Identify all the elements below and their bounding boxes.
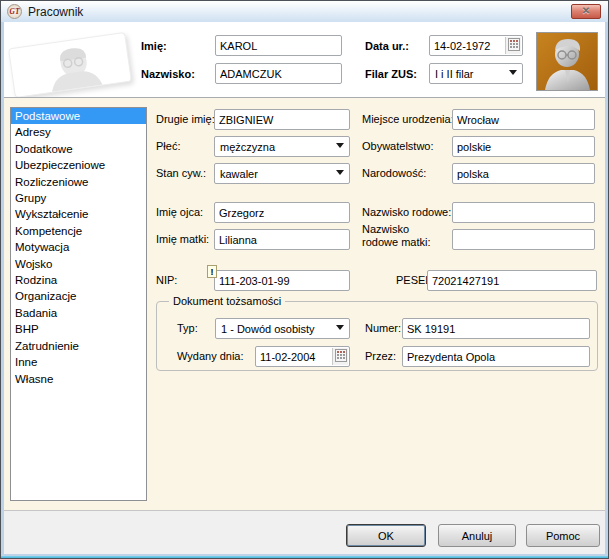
nazwisko-rodowe-label: Nazwisko rodowe: <box>362 206 451 218</box>
chevron-down-icon <box>336 325 344 330</box>
filar-zus-label: Filar ZUS: <box>365 68 417 80</box>
calendar-icon[interactable] <box>505 37 521 54</box>
app-gt-icon: GT <box>7 4 22 19</box>
numer-label: Numer: <box>365 322 401 334</box>
sidebar-item-bhp[interactable]: BHP <box>11 321 146 337</box>
pracownik-dialog: GT Pracownik ✕ Imię: Nazwisko: Data ur.: <box>0 0 609 559</box>
numer-input[interactable] <box>402 318 590 339</box>
sidebar-item-wykształcenie[interactable]: Wykształcenie <box>11 206 146 222</box>
sidebar-item-ubezpieczeniowe[interactable]: Ubezpieczeniowe <box>11 157 146 173</box>
nazwisko-label: Nazwisko: <box>141 68 195 80</box>
ok-button[interactable]: OK <box>346 524 426 547</box>
wydany-dnia-label: Wydany dnia: <box>177 350 244 362</box>
anuluj-button[interactable]: Anuluj <box>438 524 516 547</box>
chevron-down-icon <box>336 170 344 175</box>
nazwisko-input[interactable] <box>215 63 342 84</box>
chevron-down-icon <box>336 143 344 148</box>
imie-matki-input[interactable] <box>214 229 350 250</box>
wydany-dnia-input[interactable] <box>256 347 331 366</box>
id-card-watermark <box>8 32 132 98</box>
typ-label: Typ: <box>177 322 198 334</box>
window-title: Pracownik <box>28 5 83 19</box>
imie-label: Imię: <box>141 40 167 52</box>
sidebar-item-inne[interactable]: Inne <box>11 354 146 370</box>
sidebar-item-kompetencje[interactable]: Kompetencje <box>11 223 146 239</box>
przez-input[interactable] <box>402 346 590 367</box>
miejsce-urodzenia-input[interactable] <box>452 109 595 130</box>
person-avatar-icon <box>537 33 597 90</box>
data-ur-label: Data ur.: <box>365 40 409 52</box>
button-bar: OK Anuluj Pomoc <box>4 510 605 554</box>
sidebar-item-rodzina[interactable]: Rodzina <box>11 272 146 288</box>
sidebar-item-własne[interactable]: Własne <box>11 371 146 387</box>
narodowosc-label: Narodowość: <box>362 167 426 179</box>
sidebar-item-badania[interactable]: Badania <box>11 305 146 321</box>
chevron-down-icon <box>509 70 517 75</box>
pesel-input[interactable] <box>427 270 597 291</box>
imie-ojca-label: Imię ojca: <box>156 206 203 218</box>
data-ur-field[interactable] <box>429 35 523 56</box>
sidebar-item-adresy[interactable]: Adresy <box>11 124 146 140</box>
wydany-dnia-field[interactable] <box>255 346 350 367</box>
typ-combo[interactable]: 1 - Dowód osobisty <box>215 318 350 339</box>
close-button[interactable]: ✕ <box>571 4 601 19</box>
stan-cywilny-combo[interactable]: kawaler <box>214 163 350 184</box>
dokument-group-title: Dokument tożsamości <box>169 295 285 307</box>
drugie-imie-input[interactable] <box>214 109 350 130</box>
sidebar-item-grupy[interactable]: Grupy <box>11 190 146 206</box>
nazwisko-rodowe-matki-input[interactable] <box>452 229 595 250</box>
narodowosc-input[interactable] <box>452 163 595 184</box>
obywatelstwo-input[interactable] <box>452 136 595 157</box>
data-ur-input[interactable] <box>430 36 504 55</box>
calendar-icon[interactable] <box>332 348 348 365</box>
nip-input[interactable] <box>214 270 350 291</box>
sidebar-item-rozliczeniowe[interactable]: Rozliczeniowe <box>11 174 146 190</box>
sidebar-item-zatrudnienie[interactable]: Zatrudnienie <box>11 338 146 354</box>
sidebar-item-organizacje[interactable]: Organizacje <box>11 288 146 304</box>
sidebar-item-podstawowe[interactable]: Podstawowe <box>11 108 146 124</box>
nip-label: NIP: <box>156 274 177 286</box>
plec-label: Płeć: <box>156 140 180 152</box>
dialog-content: Imię: Nazwisko: Data ur.: Filar ZUS: <box>4 22 605 554</box>
sidebar-list[interactable]: PodstawoweAdresyDodatkoweUbezpieczeniowe… <box>10 107 147 501</box>
stan-cywilny-label: Stan cyw.: <box>156 167 206 179</box>
dokument-tozsamosci-group: Dokument tożsamości Typ: 1 - Dowód osobi… <box>156 301 598 371</box>
imie-ojca-input[interactable] <box>214 202 350 223</box>
person-watermark-icon <box>9 33 132 98</box>
nip-warning-icon[interactable]: ! <box>207 265 217 278</box>
header-band: Imię: Nazwisko: Data ur.: Filar ZUS: <box>4 22 605 97</box>
stan-cywilny-value: kawaler <box>220 168 258 180</box>
plec-combo[interactable]: mężczyzna <box>214 136 350 157</box>
sidebar-item-motywacja[interactable]: Motywacja <box>11 239 146 255</box>
typ-value: 1 - Dowód osobisty <box>221 323 315 335</box>
nazwisko-rodowe-matki-label: Nazwisko rodowe matki: <box>362 223 448 249</box>
window-frame-glow <box>1 556 608 558</box>
plec-value: mężczyzna <box>220 141 275 153</box>
obywatelstwo-label: Obywatelstwo: <box>362 140 434 152</box>
employee-photo[interactable] <box>536 32 598 91</box>
filar-zus-value: I i II filar <box>435 68 474 80</box>
title-bar[interactable]: GT Pracownik ✕ <box>1 1 608 22</box>
miejsce-urodzenia-label: Miejsce urodzenia: <box>362 113 454 125</box>
drugie-imie-label: Drugie imię: <box>156 113 215 125</box>
sidebar-item-wojsko[interactable]: Wojsko <box>11 256 146 272</box>
imie-input[interactable] <box>215 35 342 56</box>
przez-label: Przez: <box>365 350 396 362</box>
imie-matki-label: Imię matki: <box>156 233 209 245</box>
nazwisko-rodowe-input[interactable] <box>452 202 595 223</box>
sidebar-item-dodatkowe[interactable]: Dodatkowe <box>11 141 146 157</box>
pomoc-button[interactable]: Pomoc <box>526 524 600 547</box>
filar-zus-combo[interactable]: I i II filar <box>429 63 523 84</box>
close-icon: ✕ <box>582 5 590 16</box>
